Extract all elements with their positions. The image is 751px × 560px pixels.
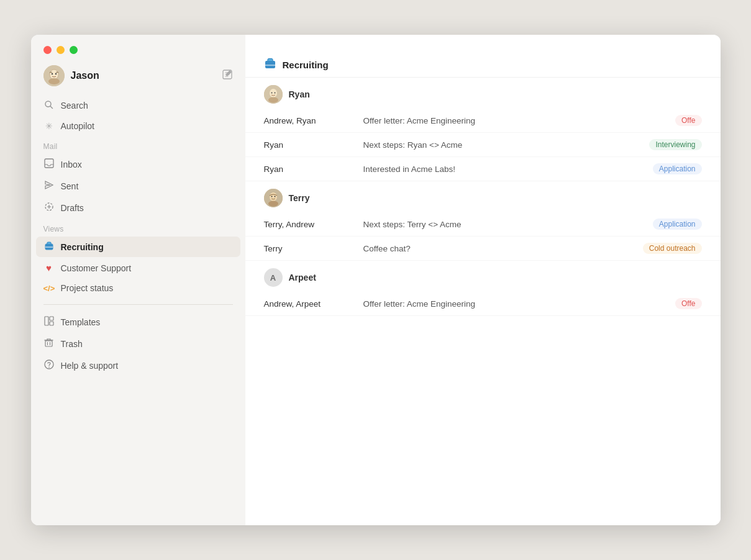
svg-point-26 [274, 196, 275, 197]
inbox-label: Inbox [61, 160, 82, 169]
autopilot-label: Autopilot [61, 121, 94, 131]
sent-label: Sent [61, 181, 79, 191]
sidebar-item-autopilot[interactable]: ✳ Autopilot [36, 117, 240, 135]
email-tag: Application [653, 163, 702, 174]
trash-icon [43, 338, 55, 350]
email-tag: Application [653, 219, 702, 230]
svg-rect-14 [45, 341, 52, 346]
recruiting-label: Recruiting [61, 242, 104, 252]
email-subject: Offer letter: Acme Engineering [363, 116, 676, 125]
sent-icon [43, 180, 55, 192]
email-sender: Ryan [264, 165, 363, 174]
sidebar-item-trash[interactable]: Trash [36, 333, 240, 354]
user-row: Jason [31, 60, 245, 95]
email-row-terry-2[interactable]: Terry Coffee chat? Cold outreach [245, 237, 721, 261]
traffic-light-red[interactable] [43, 46, 52, 54]
sidebar-item-recruiting[interactable]: Recruiting [36, 237, 240, 257]
sidebar-item-drafts[interactable]: Drafts [36, 197, 240, 218]
email-tag: Cold outreach [643, 243, 702, 254]
search-icon [43, 100, 55, 111]
svg-point-3 [51, 73, 52, 75]
email-tag: Interviewing [649, 139, 701, 150]
trash-label: Trash [61, 339, 83, 349]
svg-rect-17 [265, 61, 275, 68]
traffic-lights [31, 35, 245, 60]
svg-point-27 [268, 201, 278, 207]
inbox-icon [43, 158, 55, 170]
help-label: Help & support [61, 361, 119, 371]
traffic-light-green[interactable] [70, 46, 78, 54]
email-sender: Terry, Andrew [264, 220, 363, 229]
traffic-light-yellow[interactable] [57, 46, 65, 54]
email-subject: Next steps: Terry <> Acme [363, 220, 653, 229]
drafts-label: Drafts [61, 203, 84, 213]
email-tag: Offe [675, 115, 701, 126]
svg-point-4 [55, 73, 56, 75]
email-row-ryan-3[interactable]: Ryan Interested in Acme Labs! Applicatio… [245, 157, 721, 181]
customer-support-label: Customer Support [61, 263, 132, 273]
svg-point-5 [48, 78, 60, 84]
app-window: Jason Search ✳ Autopilot [31, 35, 721, 525]
svg-point-20 [271, 93, 272, 94]
svg-point-25 [271, 196, 272, 197]
sidebar-item-help[interactable]: Help & support [36, 355, 240, 376]
sidebar-item-customer-support[interactable]: ♥ Customer Support [36, 258, 240, 278]
main-content: Recruiting Ryan Andrew, Ryan [245, 35, 721, 525]
user-info: Jason [43, 65, 99, 86]
svg-rect-13 [50, 322, 53, 325]
svg-point-22 [268, 97, 278, 103]
email-subject: Coffee chat? [363, 244, 643, 253]
sidebar: Jason Search ✳ Autopilot [31, 35, 245, 525]
email-subject: Next steps: Ryan <> Acme [363, 140, 650, 150]
mail-section-label: Mail [31, 136, 245, 153]
email-tag: Offe [675, 298, 701, 309]
templates-label: Templates [61, 317, 101, 327]
svg-rect-11 [45, 317, 48, 325]
heart-icon: ♥ [43, 263, 55, 273]
compose-icon[interactable] [222, 69, 233, 83]
person-name-arpeet: Arpeet [289, 273, 316, 282]
sidebar-item-sent[interactable]: Sent [36, 176, 240, 196]
drafts-icon [43, 202, 55, 214]
sidebar-divider [43, 304, 233, 305]
email-sender: Andrew, Arpeet [264, 299, 363, 309]
svg-point-21 [274, 93, 275, 94]
sidebar-item-project-status[interactable]: </> Project status [36, 279, 240, 297]
templates-icon [43, 316, 55, 328]
autopilot-icon: ✳ [43, 121, 55, 131]
email-sender: Terry [264, 244, 363, 253]
sidebar-item-inbox[interactable]: Inbox [36, 154, 240, 174]
email-row-ryan-1[interactable]: Andrew, Ryan Offer letter: Acme Engineer… [245, 109, 721, 133]
person-row-arpeet: A Arpeet [245, 261, 721, 292]
svg-rect-12 [50, 317, 53, 320]
group-briefcase-icon [264, 57, 276, 72]
avatar-arpeet: A [264, 268, 283, 287]
person-name-ryan: Ryan [289, 89, 310, 99]
avatar-terry [264, 189, 283, 207]
recruiting-briefcase-icon [43, 241, 55, 253]
email-row-terry-1[interactable]: Terry, Andrew Next steps: Terry <> Acme … [245, 212, 721, 237]
code-icon: </> [43, 284, 55, 293]
svg-point-19 [270, 89, 277, 97]
email-sender: Ryan [264, 140, 363, 150]
svg-point-16 [48, 367, 50, 368]
sidebar-item-templates[interactable]: Templates [36, 312, 240, 332]
email-subject: Interested in Acme Labs! [363, 165, 653, 174]
person-name-terry: Terry [289, 193, 310, 203]
group-header-recruiting: Recruiting [245, 47, 721, 78]
project-status-label: Project status [61, 283, 114, 293]
avatar-ryan [264, 85, 283, 104]
email-sender: Andrew, Ryan [264, 116, 363, 125]
person-row-terry: Terry [245, 181, 721, 212]
user-name: Jason [71, 70, 99, 81]
email-row-ryan-2[interactable]: Ryan Next steps: Ryan <> Acme Interviewi… [245, 133, 721, 157]
search-label: Search [61, 101, 88, 111]
person-row-ryan: Ryan [245, 78, 721, 109]
help-icon [43, 359, 55, 371]
avatar [43, 65, 65, 86]
svg-rect-8 [45, 159, 53, 168]
sidebar-item-search[interactable]: Search [36, 96, 240, 115]
svg-point-24 [270, 192, 277, 201]
email-row-arpeet-1[interactable]: Andrew, Arpeet Offer letter: Acme Engine… [245, 292, 721, 316]
group-label-recruiting: Recruiting [283, 60, 329, 70]
